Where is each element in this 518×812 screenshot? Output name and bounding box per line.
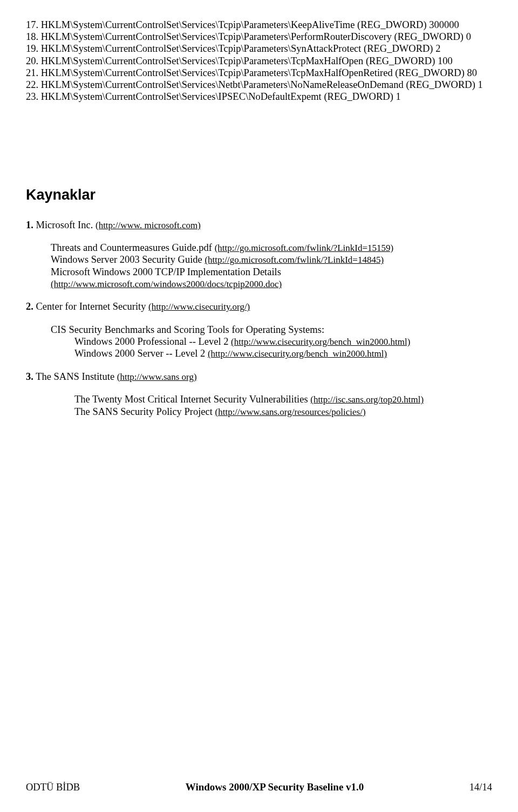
reg-text: HKLM\System\CurrentControlSet\Services\T… [41, 43, 441, 54]
ref1-line3-url-wrap: (http://www.microsoft.com/windows2000/do… [51, 278, 492, 290]
registry-item: 19. HKLM\System\CurrentControlSet\Servic… [26, 43, 492, 54]
reg-num: 20. [26, 56, 38, 66]
registry-item: 22. HKLM\System\CurrentControlSet\Servic… [26, 79, 492, 91]
ref1-title: 1. Microsoft Inc. (http://www. microsoft… [26, 219, 492, 231]
ref2-url[interactable]: (http://www.cisecurity.org/) [148, 302, 250, 312]
ref2-title: 2. Center for Internet Security (http://… [26, 301, 492, 312]
reg-num: 21. [26, 67, 38, 78]
ref3-line2: The SANS Security Policy Project (http:/… [74, 406, 492, 418]
reference-3: 3. The SANS Institute (http://www.sans o… [26, 371, 492, 418]
ref1-line2: Windows Server 2003 Security Guide (http… [51, 254, 492, 265]
reg-text: HKLM\System\CurrentControlSet\Services\T… [41, 67, 477, 78]
ref1-line1-text: Threats and Countermeasures Guide.pdf [51, 242, 215, 253]
ref2-line3-url[interactable]: (http://www.cisecurity.org/bench_win2000… [208, 349, 387, 359]
reg-num: 17. [26, 19, 38, 30]
ref3-sub: The Twenty Most Critical Internet Securi… [74, 393, 492, 418]
ref1-line1: Threats and Countermeasures Guide.pdf (h… [51, 242, 492, 254]
registry-item: 20. HKLM\System\CurrentControlSet\Servic… [26, 55, 492, 67]
footer-right: 14/14 [469, 781, 492, 793]
ref2-sub: CIS Security Benchmarks and Scoring Tool… [51, 324, 492, 360]
ref2-num: 2. [26, 301, 33, 312]
registry-item: 18. HKLM\System\CurrentControlSet\Servic… [26, 31, 492, 43]
ref2-line1: CIS Security Benchmarks and Scoring Tool… [51, 324, 492, 336]
ref3-title: 3. The SANS Institute (http://www.sans o… [26, 371, 492, 383]
reg-text: HKLM\System\CurrentControlSet\Services\T… [41, 31, 471, 42]
page-footer: ODTÜ BİDB Windows 2000/XP Security Basel… [26, 781, 492, 794]
reg-text: HKLM\System\CurrentControlSet\Services\I… [41, 91, 401, 102]
ref2-line3: Windows 2000 Server -- Level 2 (http://w… [74, 347, 492, 359]
reg-num: 19. [26, 43, 38, 54]
reference-1: 1. Microsoft Inc. (http://www. microsoft… [26, 219, 492, 290]
ref2-line2-url[interactable]: (http://www.cisecurity.org/bench_win2000… [231, 337, 410, 347]
reg-text: HKLM\System\CurrentControlSet\Services\T… [41, 56, 453, 66]
ref1-line3-url[interactable]: (http://www.microsoft.com/windows2000/do… [51, 279, 282, 289]
ref1-url[interactable]: (http://www. microsoft.com) [96, 220, 201, 230]
ref3-line1: The Twenty Most Critical Internet Securi… [74, 393, 492, 405]
reg-text: HKLM\System\CurrentControlSet\Services\N… [41, 79, 483, 90]
reg-text: HKLM\System\CurrentControlSet\Services\T… [41, 19, 459, 30]
registry-list: 17. HKLM\System\CurrentControlSet\Servic… [26, 19, 492, 103]
ref1-num: 1. [26, 220, 33, 230]
ref3-line2-text: The SANS Security Policy Project [74, 406, 215, 417]
heading-kaynaklar: Kaynaklar [26, 186, 492, 203]
ref2-line3-text: Windows 2000 Server -- Level 2 [74, 348, 208, 359]
ref3-vendor: The SANS Institute [36, 371, 117, 382]
registry-item: 23. HKLM\System\CurrentControlSet\Servic… [26, 91, 492, 103]
ref2-line2: Windows 2000 Professional -- Level 2 (ht… [74, 336, 492, 347]
reg-num: 18. [26, 31, 38, 42]
registry-item: 21. HKLM\System\CurrentControlSet\Servic… [26, 67, 492, 79]
ref1-line3: Microsoft Windows 2000 TCP/IP Implementa… [51, 266, 492, 278]
reg-num: 23. [26, 91, 38, 102]
ref3-num: 3. [26, 371, 33, 382]
ref1-vendor: Microsoft Inc. [36, 220, 93, 230]
ref1-line3-text: Microsoft Windows 2000 TCP/IP Implementa… [51, 267, 281, 277]
reference-2: 2. Center for Internet Security (http://… [26, 301, 492, 359]
ref1-line2-url[interactable]: (http://go.microsoft.com/fwlink/?LinkId=… [205, 255, 384, 265]
footer-left: ODTÜ BİDB [26, 781, 80, 793]
ref1-sub: Threats and Countermeasures Guide.pdf (h… [51, 242, 492, 290]
ref3-line1-url[interactable]: (http://isc.sans.org/top20.html) [310, 394, 424, 405]
ref2-line2-text: Windows 2000 Professional -- Level 2 [74, 336, 231, 347]
reg-num: 22. [26, 79, 38, 90]
ref1-line2-text: Windows Server 2003 Security Guide [51, 254, 205, 265]
ref1-line1-url[interactable]: (http://go.microsoft.com/fwlink/?LinkId=… [215, 243, 394, 253]
ref3-line2-url[interactable]: (http://www.sans.org/resources/policies/… [215, 407, 366, 417]
ref2-vendor: Center for Internet Security [36, 301, 149, 312]
registry-item: 17. HKLM\System\CurrentControlSet\Servic… [26, 19, 492, 31]
ref3-url[interactable]: (http://www.sans org) [117, 372, 197, 382]
ref3-line1-text: The Twenty Most Critical Internet Securi… [74, 394, 310, 405]
footer-center: Windows 2000/XP Security Baseline v1.0 [186, 781, 364, 794]
